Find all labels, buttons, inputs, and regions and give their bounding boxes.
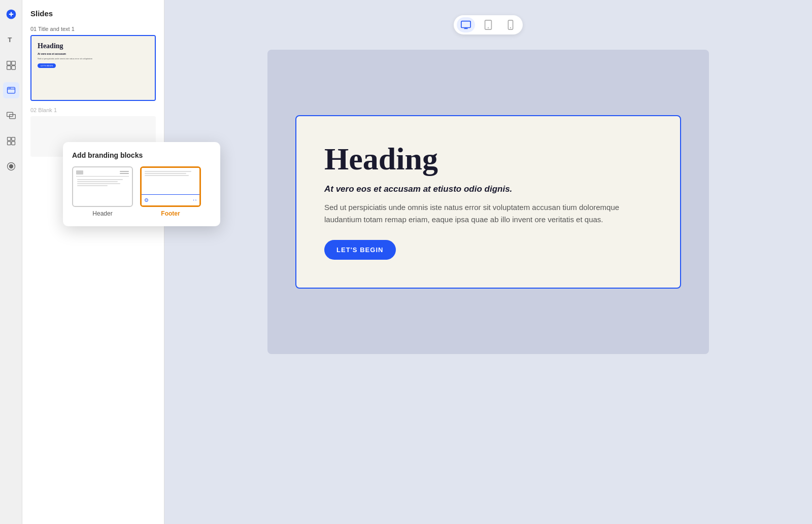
- header-block-label: Header: [92, 210, 112, 217]
- svg-point-17: [9, 164, 13, 168]
- device-switcher: [454, 15, 523, 34]
- branding-blocks-popup: Add branding blocks: [63, 142, 220, 226]
- blocks-tool-button[interactable]: [3, 133, 19, 149]
- svg-rect-7: [11, 66, 15, 70]
- svg-rect-13: [11, 137, 15, 141]
- svg-rect-8: [7, 87, 15, 93]
- thumb-body-line: [77, 185, 108, 186]
- thumb-body-line: [145, 171, 191, 172]
- text-tool-button[interactable]: T: [3, 31, 19, 48]
- branding-tool-button[interactable]: [3, 82, 19, 98]
- tablet-view-button[interactable]: [479, 17, 497, 32]
- footer-block-label: Footer: [161, 210, 180, 217]
- copyright-circle: ©: [145, 198, 148, 202]
- branding-popup-title: Add branding blocks: [72, 151, 211, 159]
- thumb-nav-line: [120, 173, 129, 174]
- media-tool-button[interactable]: [3, 57, 19, 73]
- footer-block-thumb[interactable]: © ‹ ›: [140, 166, 201, 207]
- thumb-nav-line: [120, 171, 129, 172]
- mobile-view-button[interactable]: [501, 17, 520, 32]
- slide-subheading: At vero eos et accusam at etiusto odio d…: [324, 184, 652, 194]
- slide-1-label: 01 Title and text 1: [30, 26, 156, 32]
- svg-rect-14: [7, 142, 11, 145]
- desktop-view-button[interactable]: [457, 17, 475, 32]
- slide-2-label: 02 Blank 1: [30, 107, 156, 113]
- slide-heading: Heading: [324, 142, 652, 176]
- footer-block[interactable]: © ‹ › Footer: [140, 166, 201, 217]
- thumb-divider: [76, 176, 129, 177]
- slide-item-1[interactable]: 01 Title and text 1 Heading At vero eos …: [22, 23, 164, 104]
- footer-arrows: ‹ ›: [193, 198, 196, 202]
- main-canvas-area: Heading At vero eos et accusam at etiust…: [164, 0, 812, 524]
- slide-body-text: Sed ut perspiciatis unde omnis iste natu…: [324, 201, 629, 226]
- add-button[interactable]: [3, 6, 19, 22]
- thumb-1-heading: Heading: [38, 42, 149, 50]
- thumb-body-line: [77, 183, 120, 184]
- svg-text:T: T: [8, 36, 12, 44]
- slide-canvas: Heading At vero eos et accusam at etiust…: [267, 50, 709, 354]
- record-tool-button[interactable]: [3, 158, 19, 174]
- slide-content-card[interactable]: Heading At vero eos et accusam at etiust…: [295, 115, 681, 289]
- svg-rect-18: [461, 21, 470, 28]
- thumb-1-subheading: At vero eos et accusam: [38, 52, 149, 55]
- slides-panel: Slides 01 Title and text 1 Heading At ve…: [22, 0, 164, 524]
- thumb-body-line: [77, 181, 118, 182]
- icon-bar: T: [0, 0, 22, 524]
- header-block-thumb[interactable]: [72, 166, 133, 207]
- svg-rect-15: [11, 142, 15, 145]
- svg-rect-4: [7, 61, 11, 65]
- svg-rect-5: [11, 61, 15, 65]
- thumb-1-cta: LET'S BEGIN: [38, 63, 56, 68]
- slides-tool-button[interactable]: [3, 108, 19, 124]
- slide-1-thumb[interactable]: Heading At vero eos et accusam Sed ut pe…: [30, 35, 156, 101]
- branding-blocks-row: Header © ‹ ›: [72, 166, 211, 217]
- slide-cta-button[interactable]: LET'S BEGIN: [324, 240, 396, 260]
- thumb-logo: [76, 170, 83, 174]
- thumb-body-line: [77, 179, 123, 180]
- footer-block-footer-bar: © ‹ ›: [142, 194, 199, 205]
- thumb-1-body: Sed ut perspiciatis unde omnis iste natu…: [38, 57, 149, 60]
- slides-panel-title: Slides: [22, 0, 164, 23]
- footer-copyright: ©: [145, 198, 148, 202]
- svg-rect-6: [7, 66, 11, 70]
- thumb-body-line: [145, 175, 189, 176]
- header-block[interactable]: Header: [72, 166, 133, 217]
- svg-rect-12: [7, 137, 11, 141]
- thumb-body-line: [145, 173, 186, 174]
